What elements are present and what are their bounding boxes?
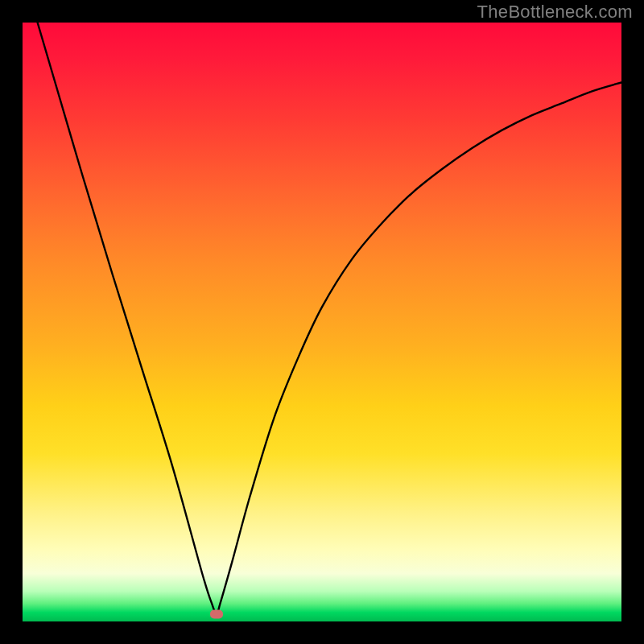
chart-frame: TheBottleneck.com <box>0 0 644 644</box>
curve-svg <box>23 23 621 621</box>
plot-area <box>23 23 621 621</box>
bottleneck-curve <box>38 23 621 614</box>
optimum-marker <box>210 610 223 619</box>
watermark-text: TheBottleneck.com <box>477 2 633 23</box>
